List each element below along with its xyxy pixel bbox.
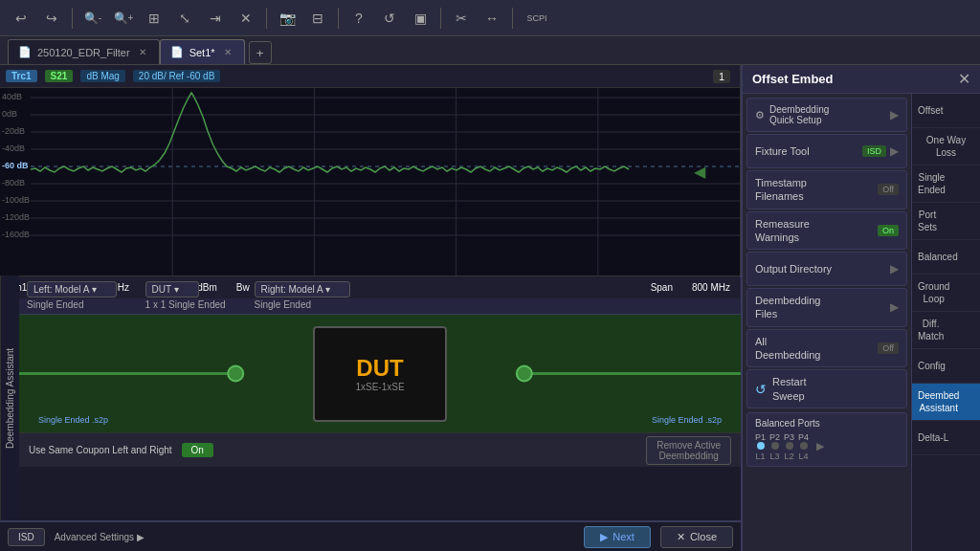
bp-dot-p1 bbox=[757, 442, 765, 450]
left-model-label: Left: Model A bbox=[33, 284, 89, 295]
toolbar: ↩ ↪ 🔍- 🔍+ ⊞ ⤡ ⇥ ✕ 📷 ⊟ ? ↺ ▣ ✂ ↔ SCPI bbox=[0, 0, 980, 36]
isd-button[interactable]: ISD bbox=[8, 528, 45, 546]
y-label-40: 40dB bbox=[2, 92, 22, 101]
bottom-panel: Left: Model A ▾ Single Ended DUT ▾ 1 x 1… bbox=[19, 276, 741, 467]
chart-svg-container: 40dB 0dB -20dB -40dB -60 dB -80dB -100dB… bbox=[0, 88, 740, 276]
bp-label: Balanced Ports bbox=[755, 418, 899, 429]
chevron-right-icon: ▶ bbox=[137, 532, 145, 542]
bw-label: Bw bbox=[236, 282, 250, 293]
output-directory-item[interactable]: Output Directory ▶ bbox=[746, 252, 907, 286]
trace-badge[interactable]: Trc1 bbox=[6, 70, 37, 82]
tab-edr-filter[interactable]: 📄 250120_EDR_Filter ✕ bbox=[8, 39, 160, 64]
nav-config-label: Config bbox=[918, 360, 946, 372]
tab-bar: 📄 250120_EDR_Filter ✕ 📄 Set1* ✕ + bbox=[0, 36, 980, 65]
balanced-ports-section[interactable]: Balanced Ports P1 L1 P2 L3 bbox=[746, 412, 907, 467]
same-coupon-toggle[interactable]: On bbox=[182, 443, 213, 457]
bottom-footer: Use Same Coupon Left and Right On Remove… bbox=[19, 432, 741, 467]
tab-set1[interactable]: 📄 Set1* ✕ bbox=[160, 39, 245, 64]
dut-model-select[interactable]: DUT ▾ bbox=[145, 281, 199, 298]
restart-sweep-item[interactable]: ↺ RestartSweep bbox=[746, 369, 907, 408]
bp-port-p1: P1 L1 bbox=[755, 432, 766, 461]
y-label--160: -160dB bbox=[2, 230, 30, 239]
tab-close-button2[interactable]: ✕ bbox=[221, 46, 234, 59]
right-panel-title-bar: Offset Embed ✕ bbox=[743, 65, 980, 94]
scpi-button[interactable]: SCPI bbox=[520, 5, 554, 32]
cut-button[interactable]: ✂ bbox=[448, 5, 475, 32]
grid-button[interactable]: ⊟ bbox=[304, 5, 331, 32]
nav-delta-l[interactable]: Delta-L bbox=[912, 421, 980, 455]
dut-box: DUT 1xSE-1xSE bbox=[313, 326, 447, 422]
fixture-tool-label: Fixture Tool bbox=[755, 144, 810, 158]
nav-diff-match[interactable]: Diff.Match bbox=[912, 312, 980, 349]
redo-button[interactable]: ↪ bbox=[38, 5, 65, 32]
meas-badge[interactable]: S21 bbox=[45, 70, 74, 82]
dut-label: DUT bbox=[152, 284, 171, 295]
next-button[interactable]: ▶ Next bbox=[584, 526, 651, 548]
nav-ground-loop[interactable]: GroundLoop bbox=[912, 275, 980, 312]
screenshot-button[interactable]: 📷 bbox=[274, 5, 301, 32]
undo-button[interactable]: ↩ bbox=[8, 5, 34, 32]
tab-label2: Set1* bbox=[189, 47, 215, 58]
refresh-button[interactable]: ↺ bbox=[376, 5, 403, 32]
fixture-tool-item[interactable]: Fixture Tool ISD ▶ bbox=[746, 134, 907, 168]
close-button[interactable]: ✕ Close bbox=[660, 526, 733, 548]
bp-dot-p2 bbox=[771, 442, 779, 450]
close-panel-button[interactable]: ✕ bbox=[958, 72, 970, 87]
deembed-quick-setup-item[interactable]: ⚙ DeembeddingQuick Setup ▶ bbox=[746, 98, 907, 132]
deembed-qs-content: ⚙ DeembeddingQuick Setup bbox=[755, 104, 829, 125]
zoom-fit-button[interactable]: ⊞ bbox=[141, 5, 167, 32]
close-icon: ✕ bbox=[677, 531, 685, 543]
advanced-settings-button[interactable]: Advanced Settings ▶ bbox=[55, 532, 145, 542]
sep3 bbox=[338, 8, 339, 29]
stop-button[interactable]: ▣ bbox=[407, 5, 434, 32]
bp-port-p2: P2 L3 bbox=[769, 432, 780, 461]
help-button[interactable]: ? bbox=[345, 5, 372, 32]
left-model-select[interactable]: Left: Model A ▾ bbox=[27, 281, 117, 298]
deembedding-files-item[interactable]: DeembeddingFiles ▶ bbox=[746, 288, 907, 327]
zoom-out-button[interactable]: 🔍- bbox=[79, 5, 106, 32]
deembed-files-arrow: ▶ bbox=[890, 300, 899, 314]
bottom-strip: ISD Advanced Settings ▶ ▶ Next ✕ Close bbox=[0, 520, 741, 551]
nav-config[interactable]: Config bbox=[912, 349, 980, 384]
delete-button[interactable]: ✕ bbox=[233, 5, 259, 32]
span-label: Span bbox=[651, 282, 673, 293]
zoom-in-button[interactable]: 🔍+ bbox=[110, 5, 137, 32]
dut-diagram: DUT 1xSE-1xSE Single Ended .s2p Single E… bbox=[19, 315, 741, 432]
nav-single-ended-label: SingleEnded bbox=[918, 171, 946, 196]
link-button[interactable]: ↔ bbox=[479, 5, 505, 32]
span-val: 800 MHz bbox=[692, 282, 730, 293]
nav-deembed-assistant[interactable]: DeembedAssistant bbox=[912, 384, 980, 421]
bp-port-p3: P3 L2 bbox=[784, 432, 794, 461]
bp-port-p4: P4 L4 bbox=[798, 432, 809, 461]
zoom-window-button[interactable]: ⤡ bbox=[171, 5, 198, 32]
fixture-tool-arrow: ▶ bbox=[890, 144, 899, 158]
all-deembedding-item[interactable]: AllDeembedding Off bbox=[746, 329, 907, 368]
tab-close-button[interactable]: ✕ bbox=[136, 46, 149, 59]
remove-active-button[interactable]: Remove ActiveDeembedding bbox=[646, 436, 731, 465]
y-label--80: -80dB bbox=[2, 178, 25, 187]
nav-balanced[interactable]: Balanced bbox=[912, 240, 980, 275]
nav-single-ended[interactable]: SingleEnded bbox=[912, 165, 980, 203]
nav-delta-l-label: Delta-L bbox=[918, 431, 948, 444]
right-type-label: Single Ended bbox=[255, 299, 312, 310]
remeasure-warnings-item[interactable]: RemeasureWarnings On bbox=[746, 211, 907, 251]
channel-num: 1 bbox=[713, 70, 730, 83]
bp-dot-p3 bbox=[786, 442, 793, 450]
tab-add-button[interactable]: + bbox=[249, 41, 272, 64]
marker-button[interactable]: ⇥ bbox=[202, 5, 229, 32]
nav-one-way-loss[interactable]: One Way Loss bbox=[912, 128, 980, 165]
remeasure-on-badge: On bbox=[878, 225, 899, 236]
output-dir-label: Output Directory bbox=[755, 262, 832, 276]
scale-info: 20 dB/ Ref -60 dB bbox=[133, 70, 221, 82]
chart-header: Trc1 S21 dB Mag 20 dB/ Ref -60 dB 1 bbox=[0, 65, 740, 88]
chart-area: Trc1 S21 dB Mag 20 dB/ Ref -60 dB 1 40dB… bbox=[0, 65, 741, 276]
nav-port-sets[interactable]: PortSets bbox=[912, 203, 980, 240]
right-model-select[interactable]: Right: Model A ▾ bbox=[255, 281, 350, 298]
left-model-container: Left: Model A ▾ Single Ended bbox=[27, 281, 117, 310]
y-label--40: -40dB bbox=[2, 143, 25, 153]
all-deembed-label: AllDeembedding bbox=[755, 335, 821, 363]
left-type-label: Single Ended bbox=[27, 299, 84, 310]
chart-svg bbox=[31, 88, 740, 276]
nav-offset[interactable]: Offset bbox=[912, 94, 980, 128]
timestamp-filenames-item[interactable]: TimestampFilenames Off bbox=[746, 170, 907, 209]
